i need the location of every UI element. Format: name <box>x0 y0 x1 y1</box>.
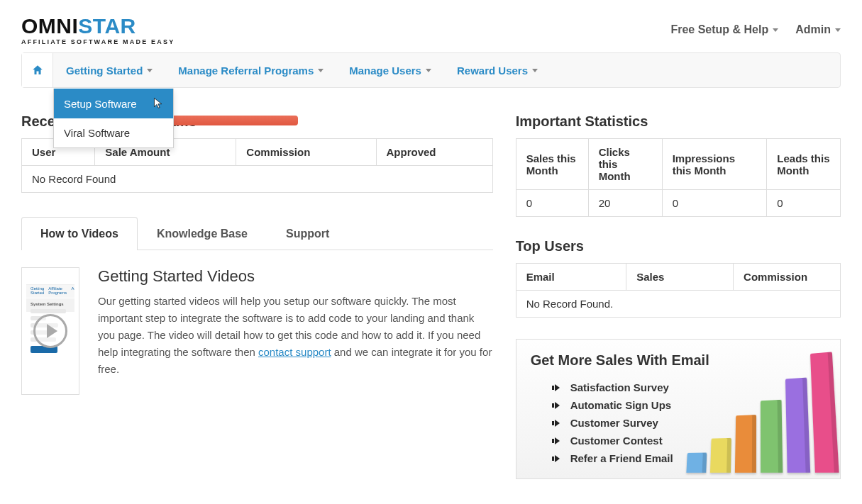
arrow-right-icon <box>552 456 562 461</box>
dropdown-setup-software-label: Setup Software <box>64 98 137 110</box>
top-users-panel: Top Users Email Sales Commission No Reco… <box>516 238 841 318</box>
recent-sales-empty: No Record Found <box>22 166 493 193</box>
col-commission: Commission <box>734 264 841 291</box>
caret-down-icon <box>426 69 431 72</box>
tab-content: OMNISTAR Getting StartedAffiliate Progra… <box>21 250 493 412</box>
help-tabs: How to Videos Knowledge Base Support <box>21 217 493 250</box>
caret-down-icon <box>532 69 538 72</box>
getting-started-dropdown: Setup Software Viral Software <box>53 89 174 148</box>
nav-manage-users-label: Manage Users <box>349 65 421 77</box>
logo: OMNISTAR AFFILIATE SOFTWARE MADE EASY <box>21 14 175 45</box>
important-statistics-panel: Important Statistics Sales this Month Cl… <box>516 113 841 217</box>
tab-how-to-videos-label: How to Videos <box>40 228 118 240</box>
tab-knowledge-base-label: Knowledge Base <box>157 228 248 240</box>
admin-menu[interactable]: Admin <box>795 23 841 36</box>
arrow-right-icon <box>552 420 562 426</box>
logo-star: STAR <box>78 14 136 38</box>
promo-panel[interactable]: Get More Sales With Email Satisfaction S… <box>516 339 841 479</box>
arrow-right-icon <box>552 438 562 444</box>
arrow-right-icon <box>552 403 562 408</box>
promo-item-label: Automatic Sign Ups <box>570 399 672 411</box>
promo-item-label: Customer Survey <box>570 417 658 429</box>
promo-item-label: Satisfaction Survey <box>570 381 669 393</box>
caret-down-icon <box>773 28 778 32</box>
col-email: Email <box>516 264 626 291</box>
col-clicks-month: Clicks this Month <box>588 139 662 190</box>
top-users-empty: No Record Found. <box>516 291 840 318</box>
caret-down-icon <box>318 69 324 72</box>
admin-label: Admin <box>795 23 831 36</box>
tab-support-label: Support <box>286 228 329 240</box>
statistics-table: Sales this Month Clicks this Month Impre… <box>516 138 841 217</box>
logo-omni: OMNI <box>21 14 78 38</box>
free-setup-help-menu[interactable]: Free Setup & Help <box>670 23 778 36</box>
logo-tagline: AFFILIATE SOFTWARE MADE EASY <box>21 38 175 45</box>
home-icon <box>31 64 44 77</box>
video-heading: Getting Started Videos <box>98 267 493 286</box>
cursor-icon <box>153 97 163 110</box>
stat-impressions: 0 <box>662 190 767 217</box>
col-sales: Sales <box>626 264 734 291</box>
table-row: 0 20 0 0 <box>516 190 840 217</box>
caret-down-icon <box>147 69 153 72</box>
dropdown-setup-software[interactable]: Setup Software <box>54 89 173 118</box>
table-row: No Record Found <box>22 166 493 193</box>
tab-how-to-videos[interactable]: How to Videos <box>21 217 138 250</box>
col-leads-month: Leads this Month <box>767 139 841 190</box>
promo-item-label: Customer Contest <box>570 435 663 447</box>
col-sales-month: Sales this Month <box>516 139 588 190</box>
col-approved: Approved <box>376 139 492 166</box>
stat-leads: 0 <box>767 190 841 217</box>
top-users-table: Email Sales Commission No Record Found. <box>516 263 841 318</box>
nav-manage-users[interactable]: Manage Users <box>336 53 444 87</box>
nav-getting-started-label: Getting Started <box>66 65 143 77</box>
nav-getting-started[interactable]: Getting Started <box>53 53 165 87</box>
video-thumbnail[interactable]: OMNISTAR Getting StartedAffiliate Progra… <box>21 267 79 395</box>
arrow-right-icon <box>552 385 562 391</box>
tab-knowledge-base[interactable]: Knowledge Base <box>138 217 267 250</box>
tab-support[interactable]: Support <box>267 217 348 250</box>
play-icon <box>33 314 67 348</box>
dropdown-viral-software-label: Viral Software <box>64 127 130 139</box>
bar-chart-icon <box>686 352 839 472</box>
stat-sales: 0 <box>516 190 588 217</box>
stat-clicks: 20 <box>588 190 662 217</box>
caret-down-icon <box>835 28 841 32</box>
nav-reward-users-label: Reward Users <box>457 65 528 77</box>
nav-home[interactable] <box>22 53 53 87</box>
main-navbar: Getting Started Manage Referral Programs… <box>21 52 841 88</box>
nav-reward-users[interactable]: Reward Users <box>444 53 551 87</box>
nav-manage-programs-label: Manage Referral Programs <box>178 65 314 77</box>
top-users-title: Top Users <box>516 238 841 254</box>
contact-support-link[interactable]: contact support <box>258 346 331 358</box>
video-description: Our getting started videos will help you… <box>98 293 493 378</box>
col-impressions-month: Impressions this Month <box>662 139 767 190</box>
nav-manage-programs[interactable]: Manage Referral Programs <box>165 53 336 87</box>
col-commission: Commission <box>236 139 376 166</box>
table-row: No Record Found. <box>516 291 840 318</box>
dropdown-viral-software[interactable]: Viral Software <box>54 118 173 147</box>
free-setup-help-label: Free Setup & Help <box>670 23 768 36</box>
important-statistics-title: Important Statistics <box>516 113 841 130</box>
promo-item-label: Refer a Friend Email <box>570 452 673 464</box>
